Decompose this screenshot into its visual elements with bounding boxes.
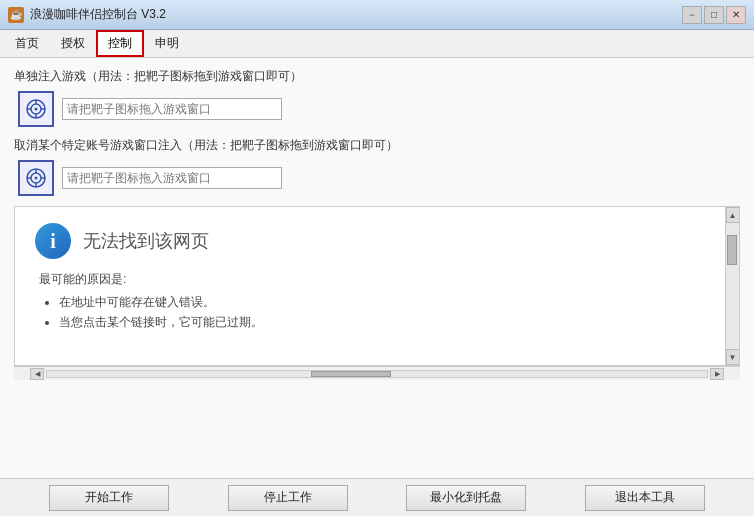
error-list: 在地址中可能存在键入错误。 当您点击某个链接时，它可能已过期。 [39, 294, 719, 331]
error-intro: 最可能的原因是: [39, 271, 719, 288]
section2-title: 取消某个特定账号游戏窗口注入（用法：把靶子图标拖到游戏窗口即可） [14, 137, 740, 154]
error-header: i 无法找到该网页 [35, 223, 719, 259]
footer: 开始工作 停止工作 最小化到托盘 退出本工具 [0, 478, 754, 516]
svg-point-2 [35, 108, 38, 111]
error-item-2: 当您点击某个链接时，它可能已过期。 [59, 314, 719, 331]
menu-item-disclaimer[interactable]: 申明 [144, 31, 190, 56]
menu-item-auth[interactable]: 授权 [50, 31, 96, 56]
scroll-up-btn[interactable]: ▲ [726, 207, 740, 223]
web-content: i 无法找到该网页 最可能的原因是: 在地址中可能存在键入错误。 当您点击某个链… [15, 207, 739, 350]
scroll-track[interactable] [726, 223, 739, 349]
inject-input-1[interactable] [62, 98, 282, 120]
scroll-right-btn[interactable]: ▶ [710, 368, 724, 380]
minimize-tray-button[interactable]: 最小化到托盘 [406, 485, 526, 511]
target-icon-1[interactable] [18, 91, 54, 127]
inject-input-2[interactable] [62, 167, 282, 189]
title-bar: ☕ 浪漫咖啡伴侣控制台 V3.2 － □ ✕ [0, 0, 754, 30]
info-icon: i [35, 223, 71, 259]
restore-button[interactable]: □ [704, 6, 724, 24]
web-panel: i 无法找到该网页 最可能的原因是: 在地址中可能存在键入错误。 当您点击某个链… [14, 206, 740, 366]
h-scroll-thumb[interactable] [311, 371, 391, 377]
horizontal-scrollbar[interactable]: ◀ ▶ [14, 366, 740, 380]
stop-work-button[interactable]: 停止工作 [228, 485, 348, 511]
vertical-scrollbar[interactable]: ▲ ▼ [725, 207, 739, 365]
crosshair-icon-1 [24, 97, 48, 121]
menu-item-home[interactable]: 首页 [4, 31, 50, 56]
section1-title: 单独注入游戏（用法：把靶子图标拖到游戏窗口即可） [14, 68, 740, 85]
app-icon: ☕ [8, 7, 24, 23]
error-body: 最可能的原因是: 在地址中可能存在键入错误。 当您点击某个链接时，它可能已过期。 [35, 271, 719, 331]
inject-row-2 [18, 160, 740, 196]
start-work-button[interactable]: 开始工作 [49, 485, 169, 511]
main-content: 单独注入游戏（用法：把靶子图标拖到游戏窗口即可） 取消某个特定账号游戏窗口注入（… [0, 58, 754, 478]
scroll-down-btn[interactable]: ▼ [726, 349, 740, 365]
h-scroll-track[interactable] [46, 370, 708, 378]
crosshair-icon-2 [24, 166, 48, 190]
menu-bar: 首页 授权 控制 申明 [0, 30, 754, 58]
section-cancel-inject: 取消某个特定账号游戏窗口注入（用法：把靶子图标拖到游戏窗口即可） [14, 137, 740, 196]
scroll-thumb[interactable] [727, 235, 737, 265]
inject-row-1 [18, 91, 740, 127]
title-buttons: － □ ✕ [682, 6, 746, 24]
scroll-left-btn[interactable]: ◀ [30, 368, 44, 380]
svg-point-9 [35, 177, 38, 180]
error-item-1: 在地址中可能存在键入错误。 [59, 294, 719, 311]
target-icon-2[interactable] [18, 160, 54, 196]
section-single-inject: 单独注入游戏（用法：把靶子图标拖到游戏窗口即可） [14, 68, 740, 127]
title-text: 浪漫咖啡伴侣控制台 V3.2 [30, 6, 682, 23]
error-title: 无法找到该网页 [83, 229, 209, 253]
close-button[interactable]: ✕ [726, 6, 746, 24]
minimize-button[interactable]: － [682, 6, 702, 24]
menu-item-control[interactable]: 控制 [96, 30, 144, 57]
exit-button[interactable]: 退出本工具 [585, 485, 705, 511]
